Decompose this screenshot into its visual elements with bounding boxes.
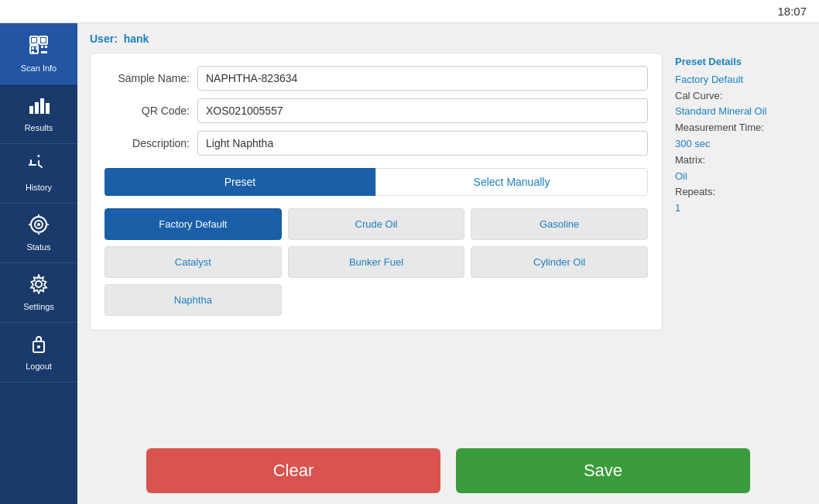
sidebar-label-results: Results (25, 123, 53, 132)
preset-btn-crude-oil[interactable]: Crude Oil (288, 208, 465, 240)
sidebar-label-scan-info: Scan Info (21, 63, 57, 73)
preset-btn-factory-default[interactable]: Factory Default (105, 208, 282, 240)
tab-select-manually[interactable]: Select Manually (375, 168, 648, 196)
logout-icon (30, 334, 47, 358)
preset-btn-naphtha[interactable]: Naphtha (105, 284, 282, 316)
details-matrix-value: Oil (675, 169, 807, 185)
clock: 18:07 (777, 5, 807, 18)
description-input[interactable] (197, 131, 648, 156)
details-cal-curve-value: Standard Mineral Oil (675, 104, 807, 120)
svg-rect-9 (45, 46, 47, 48)
scan-info-icon (28, 34, 50, 60)
history-icon (29, 155, 49, 180)
sidebar-item-settings[interactable]: Settings (0, 263, 77, 323)
main-area: Scan Info Results History (0, 23, 819, 504)
preset-grid: Factory Default Crude Oil Gasoline Catal… (105, 208, 648, 316)
svg-rect-4 (32, 47, 34, 50)
sidebar-item-history[interactable]: History (0, 144, 77, 204)
top-bar: 18:07 (0, 0, 819, 23)
details-cal-curve-label: Cal Curve: (675, 88, 807, 105)
svg-point-24 (37, 345, 40, 348)
svg-point-22 (36, 281, 42, 287)
details-matrix-label: Matrix: (675, 153, 807, 169)
sample-name-label: Sample Name: (105, 72, 190, 84)
description-row: Description: (105, 131, 648, 156)
preset-btn-catalyst[interactable]: Catalyst (105, 246, 282, 278)
tabs-row: Preset Select Manually (105, 168, 648, 196)
details-preset-name: Factory Default (675, 72, 807, 88)
form-area: User: hank Sample Name: QR Code: Descrip… (90, 33, 663, 431)
sample-name-input[interactable] (197, 66, 648, 91)
details-panel: Preset Details Factory Default Cal Curve… (675, 33, 807, 431)
tab-preset[interactable]: Preset (105, 168, 375, 196)
save-button[interactable]: Save (456, 448, 750, 493)
svg-rect-13 (40, 98, 44, 114)
settings-icon (29, 274, 49, 299)
svg-point-17 (37, 223, 40, 226)
svg-rect-7 (41, 38, 46, 43)
content: User: hank Sample Name: QR Code: Descrip… (77, 23, 819, 504)
user-label: User: (90, 33, 118, 45)
svg-rect-11 (29, 106, 33, 114)
details-measurement-time-value: 300 sec (675, 136, 807, 153)
clear-button[interactable]: Clear (146, 448, 440, 493)
sidebar-item-logout[interactable]: Logout (0, 323, 77, 382)
sidebar-item-results[interactable]: Results (0, 84, 77, 144)
svg-rect-3 (32, 38, 36, 43)
sidebar-label-logout: Logout (26, 362, 52, 371)
preset-btn-bunker-fuel[interactable]: Bunker Fuel (288, 246, 465, 278)
status-icon (29, 214, 49, 239)
qr-code-input[interactable] (197, 98, 648, 123)
results-icon (28, 95, 50, 120)
details-repeats-label: Repeats: (675, 184, 807, 201)
preset-btn-cylinder-oil[interactable]: Cylinder Oil (471, 246, 648, 278)
sidebar-item-scan-info[interactable]: Scan Info (0, 23, 77, 84)
sidebar: Scan Info Results History (0, 23, 77, 504)
svg-rect-12 (35, 102, 39, 114)
sidebar-label-settings: Settings (23, 302, 54, 311)
sample-name-row: Sample Name: (105, 66, 648, 91)
details-repeats-value: 1 (675, 201, 807, 217)
sidebar-item-status[interactable]: Status (0, 204, 77, 263)
preset-btn-gasoline[interactable]: Gasoline (471, 208, 648, 240)
svg-rect-6 (32, 51, 34, 53)
svg-rect-14 (46, 103, 50, 114)
footer-bar: Clear Save (77, 441, 819, 504)
details-title: Preset Details (675, 54, 807, 70)
username: hank (124, 33, 149, 45)
qr-code-row: QR Code: (105, 98, 648, 123)
user-bar: User: hank (90, 33, 663, 45)
qr-code-label: QR Code: (105, 105, 190, 117)
svg-rect-10 (41, 51, 47, 53)
form-card: Sample Name: QR Code: Description: Prese… (90, 53, 663, 331)
content-inner: User: hank Sample Name: QR Code: Descrip… (77, 23, 819, 441)
description-label: Description: (105, 137, 190, 149)
sidebar-label-status: Status (26, 242, 50, 252)
sidebar-label-history: History (26, 183, 52, 192)
svg-rect-8 (41, 46, 43, 48)
details-measurement-time-label: Measurement Time: (675, 120, 807, 136)
svg-rect-5 (36, 47, 38, 50)
